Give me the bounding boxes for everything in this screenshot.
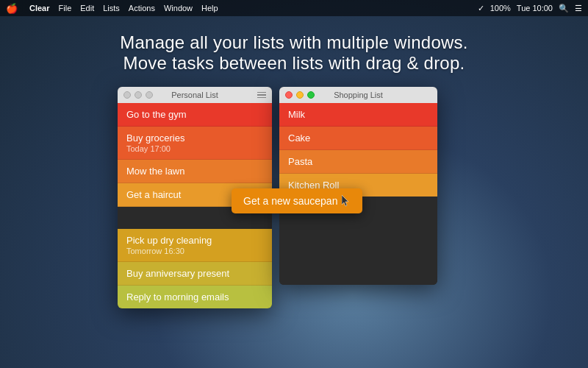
shopping-task-2-text: Cake	[288, 132, 429, 144]
personal-task-5-text: Pick up dry cleaning	[126, 235, 263, 246]
shopping-dot-max[interactable]	[307, 91, 315, 99]
personal-dot-max[interactable]	[146, 91, 153, 99]
headline: Manage all your lists with multiple wind…	[120, 32, 467, 74]
menubar-lists[interactable]: Lists	[103, 4, 120, 13]
shopping-task-1[interactable]: Milk	[279, 103, 437, 127]
cursor-icon	[342, 195, 351, 207]
shopping-task-3[interactable]: Pasta	[279, 150, 437, 174]
menubar-window[interactable]: Window	[164, 4, 193, 13]
shopping-task-2[interactable]: Cake	[279, 127, 437, 150]
personal-dot-min[interactable]	[135, 91, 142, 99]
personal-task-2-text: Buy groceries	[126, 132, 263, 144]
menubar-time: Tue 10:00	[517, 4, 553, 13]
drag-tooltip-text: Get a new saucepan	[243, 195, 337, 207]
shopping-window: Shopping List Milk Cake Pasta Kitchen Ro…	[279, 87, 437, 285]
menubar: 🍎 Clear File Edit Lists Actions Window H…	[0, 0, 588, 16]
personal-task-7-text: Reply to morning emails	[126, 291, 263, 302]
menubar-checkmark: ✓	[478, 4, 484, 13]
apple-icon: 🍎	[6, 3, 18, 14]
personal-titlebar: Personal List	[118, 87, 272, 103]
menubar-search-icon[interactable]: 🔍	[559, 4, 569, 13]
windows-area: Personal List Go to the gym Buy grocerie…	[118, 87, 470, 300]
personal-task-6-text: Buy anniversary present	[126, 268, 263, 279]
personal-task-1-text: Go to the gym	[126, 109, 263, 120]
personal-window-dots	[123, 91, 153, 99]
svg-marker-0	[342, 195, 348, 206]
personal-task-5[interactable]: Pick up dry cleaning Tomorrow 16:30	[118, 229, 272, 262]
shopping-task-1-text: Milk	[288, 109, 429, 120]
personal-task-2[interactable]: Buy groceries Today 17:00	[118, 127, 272, 160]
personal-dot-close[interactable]	[123, 91, 131, 99]
menubar-file[interactable]: File	[59, 4, 72, 13]
shopping-window-title: Shopping List	[334, 91, 383, 99]
personal-task-7[interactable]: Reply to morning emails	[118, 286, 272, 308]
shopping-dot-min[interactable]	[296, 91, 304, 99]
headline-line1: Manage all your lists with multiple wind…	[120, 32, 467, 53]
headline-line2: Move tasks between lists with drag & dro…	[120, 53, 467, 74]
personal-task-5-sub: Tomorrow 16:30	[126, 247, 263, 255]
shopping-dot-close[interactable]	[285, 91, 293, 99]
personal-window-title: Personal List	[171, 91, 218, 99]
personal-task-3[interactable]: Mow the lawn	[118, 160, 272, 183]
menubar-right: ✓ 100% Tue 10:00 🔍 ☰	[478, 4, 582, 13]
menubar-grid-icon[interactable]: ☰	[575, 4, 582, 13]
menubar-actions[interactable]: Actions	[129, 4, 155, 13]
personal-task-2-sub: Today 17:00	[126, 144, 263, 153]
main-content: Manage all your lists with multiple wind…	[0, 16, 588, 368]
menubar-app-name: Clear	[29, 4, 50, 13]
menubar-help[interactable]: Help	[201, 4, 218, 13]
personal-task-3-text: Mow the lawn	[126, 166, 263, 177]
menu-line-3	[257, 97, 266, 99]
menubar-left: 🍎 Clear File Edit Lists Actions Window H…	[6, 3, 218, 14]
personal-menu-icon[interactable]	[257, 92, 266, 99]
menubar-edit[interactable]: Edit	[80, 4, 94, 13]
shopping-titlebar: Shopping List	[279, 87, 437, 103]
menu-line-1	[257, 92, 266, 93]
personal-task-1[interactable]: Go to the gym	[118, 103, 272, 127]
menubar-battery: 100%	[490, 4, 511, 13]
shopping-window-dots	[285, 91, 315, 99]
shopping-task-3-text: Pasta	[288, 156, 429, 167]
personal-task-6[interactable]: Buy anniversary present	[118, 262, 272, 286]
drag-tooltip: Get a new saucepan	[232, 188, 362, 213]
menu-line-2	[257, 94, 266, 96]
